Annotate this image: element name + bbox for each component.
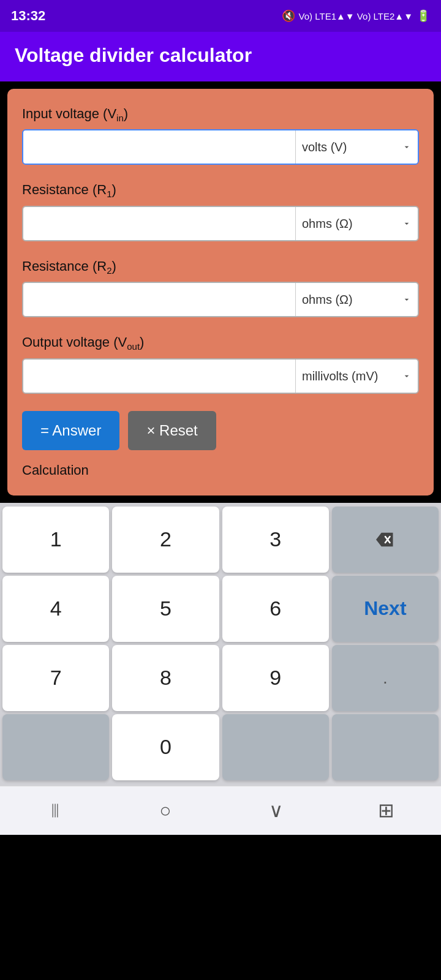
status-icons: 🔇 Vo) LTE1▲▼ Vo) LTE2▲▼ 🔋: [282, 9, 430, 23]
app-header: Voltage divider calculator: [0, 32, 441, 81]
key-8[interactable]: 8: [112, 645, 219, 711]
signal-icon: Vo) LTE1▲▼ Vo) LTE2▲▼: [299, 11, 413, 21]
resistance1-row: ohms (Ω) kilohms (kΩ) megaohms (MΩ): [22, 206, 419, 241]
keyboard: 1 2 3 4 5 6 Next 7 8 9 . 0: [0, 503, 441, 786]
nav-back-button[interactable]: ⫴: [0, 786, 110, 835]
action-buttons-row: = Answer × Reset: [22, 411, 419, 450]
resistance1-group: Resistance (R1) ohms (Ω) kilohms (kΩ) me…: [22, 182, 419, 241]
output-voltage-row: millivolts (mV) volts (V) kilovolts (kV): [22, 358, 419, 394]
resistance1-unit-select[interactable]: ohms (Ω) kilohms (kΩ) megaohms (MΩ): [295, 207, 418, 240]
input-voltage-label: Input voltage (Vin): [22, 106, 419, 123]
output-voltage-group: Output voltage (Vout) millivolts (mV) vo…: [22, 334, 419, 393]
nav-home-button[interactable]: ○: [110, 786, 221, 835]
input-voltage-row: volts (V) millivolts (mV) kilovolts (kV): [22, 129, 419, 165]
key-empty-right: [222, 714, 329, 780]
output-voltage-unit-select[interactable]: millivolts (mV) volts (V) kilovolts (kV): [295, 360, 418, 393]
input-voltage-field[interactable]: [23, 130, 295, 164]
key-9[interactable]: 9: [222, 645, 329, 711]
input-voltage-group: Input voltage (Vin) volts (V) millivolts…: [22, 106, 419, 165]
calculation-label: Calculation: [22, 462, 419, 478]
resistance2-unit-select[interactable]: ohms (Ω) kilohms (kΩ) megaohms (MΩ): [295, 283, 418, 316]
key-4[interactable]: 4: [2, 576, 109, 642]
resistance1-label: Resistance (R1): [22, 182, 419, 199]
answer-button[interactable]: = Answer: [22, 411, 119, 450]
key-2[interactable]: 2: [112, 507, 219, 573]
backspace-icon: [373, 530, 398, 549]
battery-icon: 🔋: [417, 9, 430, 23]
output-voltage-field[interactable]: [23, 360, 295, 393]
key-empty-left: [2, 714, 109, 780]
recents-icon: ∨: [269, 799, 283, 822]
output-voltage-label: Output voltage (Vout): [22, 334, 419, 352]
reset-button[interactable]: × Reset: [128, 411, 216, 450]
home-icon: ○: [159, 799, 171, 822]
key-empty-far-right: [332, 714, 439, 780]
status-bar: 13:32 🔇 Vo) LTE1▲▼ Vo) LTE2▲▼ 🔋: [0, 0, 441, 32]
key-3[interactable]: 3: [222, 507, 329, 573]
resistance2-group: Resistance (R2) ohms (Ω) kilohms (kΩ) me…: [22, 258, 419, 317]
key-0[interactable]: 0: [112, 714, 219, 780]
key-1[interactable]: 1: [2, 507, 109, 573]
keyboard-icon: ⊞: [378, 799, 394, 822]
mute-icon: 🔇: [282, 9, 295, 23]
key-5[interactable]: 5: [112, 576, 219, 642]
main-form-card: Input voltage (Vin) volts (V) millivolts…: [7, 89, 434, 496]
key-delete[interactable]: [332, 507, 439, 573]
back-icon: ⫴: [51, 799, 59, 822]
resistance2-row: ohms (Ω) kilohms (kΩ) megaohms (MΩ): [22, 282, 419, 317]
nav-keyboard-button[interactable]: ⊞: [331, 786, 441, 835]
resistance1-field[interactable]: [23, 207, 295, 240]
keyboard-row-1: 1 2 3: [2, 507, 439, 573]
status-time: 13:32: [11, 8, 45, 24]
key-7[interactable]: 7: [2, 645, 109, 711]
keyboard-row-2: 4 5 6 Next: [2, 576, 439, 642]
nav-bar: ⫴ ○ ∨ ⊞: [0, 786, 441, 835]
key-next[interactable]: Next: [332, 576, 439, 642]
resistance2-field[interactable]: [23, 283, 295, 316]
keyboard-row-4: 0: [2, 714, 439, 780]
resistance2-label: Resistance (R2): [22, 258, 419, 276]
app-title: Voltage divider calculator: [15, 44, 426, 67]
keyboard-row-3: 7 8 9 .: [2, 645, 439, 711]
key-6[interactable]: 6: [222, 576, 329, 642]
input-voltage-unit-select[interactable]: volts (V) millivolts (mV) kilovolts (kV): [295, 130, 418, 164]
key-dot[interactable]: .: [332, 645, 439, 711]
nav-recents-button[interactable]: ∨: [221, 786, 331, 835]
